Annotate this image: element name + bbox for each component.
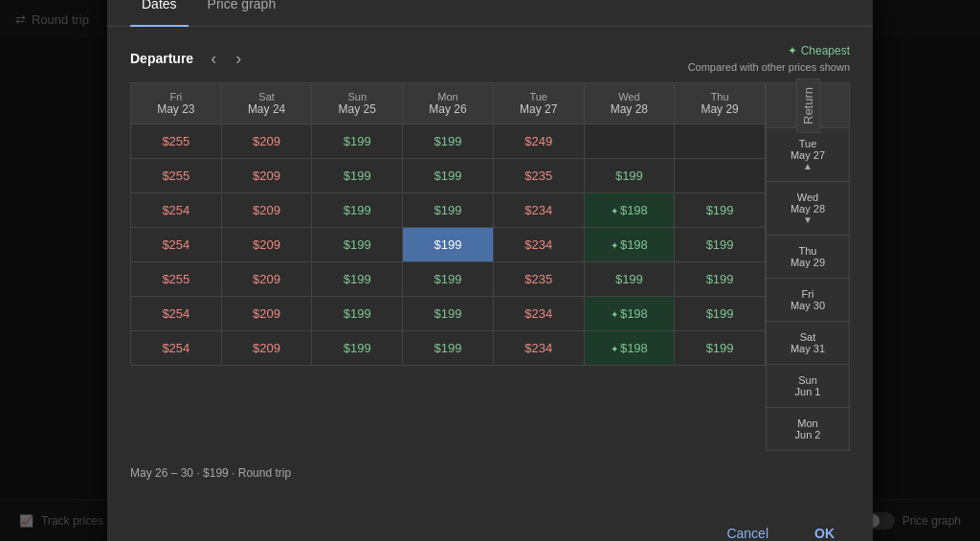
price-cell[interactable]: $199 [403,262,494,297]
price-cell[interactable]: ✦$198 [584,331,675,366]
price-cell[interactable]: $209 [221,331,312,366]
price-cell[interactable]: $199 [312,159,403,193]
return-date-label: Jun 1 [795,386,821,397]
price-cell[interactable]: $199 [403,159,494,193]
table-row: $255$209$199$199$235$199$199 [131,262,766,297]
price-cell[interactable]: $199 [312,331,403,366]
price-cell[interactable]: $254 [131,193,222,228]
table-row: $254$209$199$199$234✦$198$199 [131,297,766,331]
summary-bar: May 26 – 30 · $199 · Round trip [130,462,850,484]
return-sidebar: Return Tue May 27 ▲Wed May 28 ▼Thu May 2… [766,82,850,451]
price-cell[interactable]: ✦$198 [584,297,675,331]
table-row: $255$209$199$199$249 [131,124,766,159]
price-cell[interactable] [675,124,766,159]
departure-label: Departure [130,51,193,66]
price-cell[interactable]: $199 [403,297,494,331]
price-cell[interactable]: $254 [131,297,222,331]
return-day-label: Sun [798,374,817,386]
price-cell[interactable]: $199 [675,193,766,228]
column-header-row: Fri May 23 Sat May 24 Sun May 25 [131,83,766,124]
col-fri-may23: Fri May 23 [131,83,222,124]
price-cell[interactable]: ✦$198 [584,228,675,262]
price-cell[interactable]: $209 [221,262,312,297]
table-row: $254$209$199$199$234✦$198$199 [131,193,766,228]
return-row-item[interactable]: Wed May 28 ▼ [766,182,850,236]
price-cell[interactable]: $199 [584,262,675,297]
col-thu-may29: Thu May 29 [675,83,766,124]
price-cell[interactable]: $235 [493,262,584,297]
price-cell[interactable]: $254 [131,228,222,262]
price-cell[interactable]: $199 [312,124,403,159]
return-row-item[interactable]: Tue May 27 ▲ [766,128,850,182]
return-day-label: Sat [800,331,816,343]
col-wed-may28: Wed May 28 [584,83,675,124]
ok-button[interactable]: OK [799,518,850,541]
table-wrapper: Fri May 23 Sat May 24 Sun May 25 [130,82,850,451]
price-cell[interactable]: $209 [221,228,312,262]
return-day-label: Tue [799,138,817,149]
return-row-item[interactable]: Mon Jun 2 [766,408,850,451]
prev-arrow-button[interactable]: ‹ [205,45,222,73]
table-row: $255$209$199$199$235$199 [131,159,766,193]
price-cell[interactable]: $249 [493,124,584,159]
price-cell[interactable]: $199 [675,331,766,366]
price-grid-table: Fri May 23 Sat May 24 Sun May 25 [130,82,766,366]
cheapest-star-icon: ✦ [611,240,618,251]
cheapest-star-icon: ✦ [611,206,618,216]
price-cell[interactable]: $234 [493,331,584,366]
next-arrow-button[interactable]: › [230,45,247,73]
price-cell[interactable] [584,124,675,159]
return-day-label: Mon [797,417,817,429]
col-tue-may27: Tue May 27 [493,83,584,124]
price-cell[interactable]: $199 [403,193,494,228]
return-date-label: Jun 2 [795,429,821,440]
price-cell[interactable] [675,159,766,193]
return-row-item[interactable]: Sat May 31 [766,322,850,365]
price-cell[interactable]: $199 [675,297,766,331]
price-cell[interactable]: $209 [221,193,312,228]
chevron-icon: ▲ [803,161,813,171]
return-row-item[interactable]: Thu May 29 [766,236,850,279]
price-cell[interactable]: $199 [312,228,403,262]
table-row: $254$209$199$199$234✦$198$199 [131,331,766,366]
return-date-label: May 30 [791,300,825,311]
price-cell[interactable]: $255 [131,124,222,159]
return-date-label: May 31 [791,343,825,354]
tab-dates[interactable]: Dates [130,0,189,27]
price-cell[interactable]: $199 [403,331,494,366]
price-cell[interactable]: $255 [131,159,222,193]
price-cell[interactable]: $199 [675,228,766,262]
price-cell[interactable]: $209 [221,297,312,331]
return-day-label: Wed [797,192,818,203]
price-cell[interactable]: $254 [131,331,222,366]
price-cell[interactable]: $199 [403,228,494,262]
table-row: $254$209$199$199$234✦$198$199 [131,228,766,262]
return-day-label: Fri [802,288,814,300]
modal-tabs: Dates Price graph [107,0,873,27]
price-cell[interactable]: $234 [493,228,584,262]
price-cell[interactable]: $209 [221,159,312,193]
price-cell[interactable]: $199 [584,159,675,193]
price-cell[interactable]: ✦$198 [584,193,675,228]
price-cell[interactable]: $199 [675,262,766,297]
price-cell[interactable]: $199 [403,124,494,159]
return-row-item[interactable]: Sun Jun 1 [766,365,850,408]
col-mon-may26: Mon May 26 [403,83,494,124]
cancel-button[interactable]: Cancel [711,518,784,541]
cheapest-sub-label: Compared with other prices shown [688,59,850,76]
price-cell[interactable]: $234 [493,193,584,228]
price-cell[interactable]: $199 [312,297,403,331]
price-cell[interactable]: $235 [493,159,584,193]
modal-body: Departure ‹ › ✦ Cheapest Compared with o… [107,27,873,504]
price-cell[interactable]: $199 [312,193,403,228]
tab-price-graph[interactable]: Price graph [196,0,288,27]
modal-footer: Cancel OK [107,507,873,541]
price-cell[interactable]: $199 [312,262,403,297]
price-cell[interactable]: $234 [493,297,584,331]
return-row-item[interactable]: Fri May 30 [766,279,850,322]
col-sat-may24: Sat May 24 [221,83,312,124]
price-cell[interactable]: $255 [131,262,222,297]
price-cell[interactable]: $209 [221,124,312,159]
cheapest-label: ✦ Cheapest [688,42,850,59]
calendar-header: Departure ‹ › ✦ Cheapest Compared with o… [130,42,850,76]
